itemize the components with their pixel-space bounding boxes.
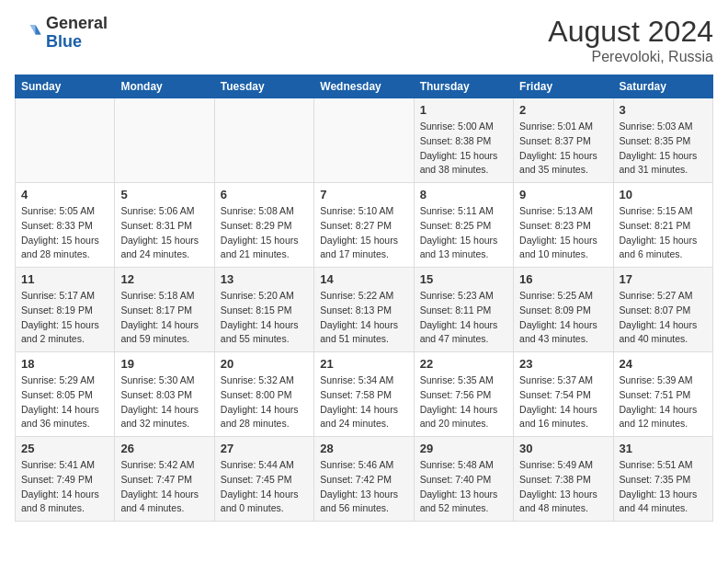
day-info: Sunrise: 5:30 AM Sunset: 8:03 PM Dayligh… — [120, 373, 208, 431]
day-number: 16 — [519, 272, 607, 286]
day-cell: 11Sunrise: 5:17 AM Sunset: 8:19 PM Dayli… — [16, 268, 115, 352]
day-cell: 2Sunrise: 5:01 AM Sunset: 8:37 PM Daylig… — [514, 98, 613, 183]
day-info: Sunrise: 5:46 AM Sunset: 7:42 PM Dayligh… — [320, 458, 407, 516]
day-cell: 4Sunrise: 5:05 AM Sunset: 8:33 PM Daylig… — [16, 183, 115, 268]
day-cell: 19Sunrise: 5:30 AM Sunset: 8:03 PM Dayli… — [115, 352, 214, 437]
day-number: 4 — [21, 188, 108, 201]
day-info: Sunrise: 5:00 AM Sunset: 8:38 PM Dayligh… — [420, 120, 507, 178]
day-number: 20 — [221, 357, 308, 371]
day-cell: 28Sunrise: 5:46 AM Sunset: 7:42 PM Dayli… — [314, 437, 414, 522]
day-cell: 3Sunrise: 5:03 AM Sunset: 8:35 PM Daylig… — [613, 98, 712, 183]
day-number: 13 — [221, 272, 308, 286]
month-year: August 2024 — [548, 15, 713, 49]
week-row-1: 1Sunrise: 5:00 AM Sunset: 8:38 PM Daylig… — [16, 98, 713, 183]
day-number: 12 — [120, 272, 208, 286]
day-cell: 10Sunrise: 5:15 AM Sunset: 8:21 PM Dayli… — [613, 183, 712, 268]
day-number: 3 — [620, 103, 707, 117]
day-number: 6 — [221, 188, 308, 201]
page-header: General Blue August 2024 Perevoloki, Rus… — [15, 15, 713, 65]
svg-marker-1 — [30, 25, 41, 35]
day-info: Sunrise: 5:32 AM Sunset: 8:00 PM Dayligh… — [221, 373, 308, 431]
day-number: 7 — [320, 188, 407, 201]
header-wednesday: Wednesday — [314, 75, 414, 98]
day-info: Sunrise: 5:41 AM Sunset: 7:49 PM Dayligh… — [21, 458, 108, 516]
day-cell: 23Sunrise: 5:37 AM Sunset: 7:54 PM Dayli… — [514, 352, 613, 437]
day-info: Sunrise: 5:49 AM Sunset: 7:38 PM Dayligh… — [519, 458, 607, 516]
day-info: Sunrise: 5:10 AM Sunset: 8:27 PM Dayligh… — [320, 204, 407, 262]
title-block: August 2024 Perevoloki, Russia — [548, 15, 713, 65]
day-info: Sunrise: 5:51 AM Sunset: 7:35 PM Dayligh… — [620, 458, 707, 516]
day-info: Sunrise: 5:20 AM Sunset: 8:15 PM Dayligh… — [221, 289, 308, 347]
day-info: Sunrise: 5:01 AM Sunset: 8:37 PM Dayligh… — [519, 120, 607, 178]
day-info: Sunrise: 5:35 AM Sunset: 7:56 PM Dayligh… — [420, 373, 507, 431]
day-info: Sunrise: 5:03 AM Sunset: 8:35 PM Dayligh… — [620, 120, 707, 178]
week-row-5: 25Sunrise: 5:41 AM Sunset: 7:49 PM Dayli… — [16, 437, 713, 522]
day-number: 17 — [620, 272, 707, 286]
day-number: 30 — [519, 442, 607, 455]
day-cell: 29Sunrise: 5:48 AM Sunset: 7:40 PM Dayli… — [414, 437, 513, 522]
logo-icon — [15, 19, 42, 47]
day-info: Sunrise: 5:17 AM Sunset: 8:19 PM Dayligh… — [21, 289, 108, 347]
header-saturday: Saturday — [613, 75, 712, 98]
day-number: 23 — [519, 357, 607, 371]
day-number: 9 — [519, 188, 607, 201]
day-cell: 18Sunrise: 5:29 AM Sunset: 8:05 PM Dayli… — [16, 352, 115, 437]
day-cell: 9Sunrise: 5:13 AM Sunset: 8:23 PM Daylig… — [514, 183, 613, 268]
day-number: 24 — [620, 357, 707, 371]
logo-text: General Blue — [46, 15, 108, 52]
day-cell: 7Sunrise: 5:10 AM Sunset: 8:27 PM Daylig… — [314, 183, 414, 268]
day-cell: 5Sunrise: 5:06 AM Sunset: 8:31 PM Daylig… — [115, 183, 214, 268]
day-number: 18 — [21, 357, 108, 371]
day-info: Sunrise: 5:29 AM Sunset: 8:05 PM Dayligh… — [21, 373, 108, 431]
day-cell: 1Sunrise: 5:00 AM Sunset: 8:38 PM Daylig… — [414, 98, 513, 183]
day-info: Sunrise: 5:23 AM Sunset: 8:11 PM Dayligh… — [420, 289, 507, 347]
day-cell — [16, 98, 115, 183]
week-row-4: 18Sunrise: 5:29 AM Sunset: 8:05 PM Dayli… — [16, 352, 713, 437]
day-cell: 12Sunrise: 5:18 AM Sunset: 8:17 PM Dayli… — [115, 268, 214, 352]
day-cell: 22Sunrise: 5:35 AM Sunset: 7:56 PM Dayli… — [414, 352, 513, 437]
day-cell — [314, 98, 414, 183]
day-number: 11 — [21, 272, 108, 286]
header-friday: Friday — [514, 75, 613, 98]
day-info: Sunrise: 5:13 AM Sunset: 8:23 PM Dayligh… — [519, 204, 607, 262]
day-number: 31 — [620, 442, 707, 455]
day-cell: 14Sunrise: 5:22 AM Sunset: 8:13 PM Dayli… — [314, 268, 414, 352]
week-row-2: 4Sunrise: 5:05 AM Sunset: 8:33 PM Daylig… — [16, 183, 713, 268]
day-info: Sunrise: 5:48 AM Sunset: 7:40 PM Dayligh… — [420, 458, 507, 516]
day-info: Sunrise: 5:18 AM Sunset: 8:17 PM Dayligh… — [120, 289, 208, 347]
day-cell: 13Sunrise: 5:20 AM Sunset: 8:15 PM Dayli… — [214, 268, 313, 352]
day-number: 21 — [320, 357, 407, 371]
day-number: 29 — [420, 442, 507, 455]
header-sunday: Sunday — [16, 75, 115, 98]
header-thursday: Thursday — [414, 75, 513, 98]
day-cell — [115, 98, 214, 183]
week-row-3: 11Sunrise: 5:17 AM Sunset: 8:19 PM Dayli… — [16, 268, 713, 352]
day-number: 10 — [620, 188, 707, 201]
day-cell: 25Sunrise: 5:41 AM Sunset: 7:49 PM Dayli… — [16, 437, 115, 522]
day-info: Sunrise: 5:15 AM Sunset: 8:21 PM Dayligh… — [620, 204, 707, 262]
day-info: Sunrise: 5:27 AM Sunset: 8:07 PM Dayligh… — [620, 289, 707, 347]
day-info: Sunrise: 5:22 AM Sunset: 8:13 PM Dayligh… — [320, 289, 407, 347]
day-cell: 24Sunrise: 5:39 AM Sunset: 7:51 PM Dayli… — [613, 352, 712, 437]
day-cell: 16Sunrise: 5:25 AM Sunset: 8:09 PM Dayli… — [514, 268, 613, 352]
day-info: Sunrise: 5:34 AM Sunset: 7:58 PM Dayligh… — [320, 373, 407, 431]
day-cell: 6Sunrise: 5:08 AM Sunset: 8:29 PM Daylig… — [214, 183, 313, 268]
day-cell: 20Sunrise: 5:32 AM Sunset: 8:00 PM Dayli… — [214, 352, 313, 437]
header-monday: Monday — [115, 75, 214, 98]
calendar-table: SundayMondayTuesdayWednesdayThursdayFrid… — [15, 75, 713, 522]
day-number: 27 — [221, 442, 308, 455]
day-info: Sunrise: 5:37 AM Sunset: 7:54 PM Dayligh… — [519, 373, 607, 431]
day-number: 1 — [420, 103, 507, 117]
logo: General Blue — [15, 15, 108, 52]
day-info: Sunrise: 5:11 AM Sunset: 8:25 PM Dayligh… — [420, 204, 507, 262]
day-cell: 30Sunrise: 5:49 AM Sunset: 7:38 PM Dayli… — [514, 437, 613, 522]
day-number: 22 — [420, 357, 507, 371]
day-cell: 15Sunrise: 5:23 AM Sunset: 8:11 PM Dayli… — [414, 268, 513, 352]
day-info: Sunrise: 5:05 AM Sunset: 8:33 PM Dayligh… — [21, 204, 108, 262]
day-cell: 27Sunrise: 5:44 AM Sunset: 7:45 PM Dayli… — [214, 437, 313, 522]
day-number: 5 — [120, 188, 208, 201]
day-number: 15 — [420, 272, 507, 286]
day-info: Sunrise: 5:06 AM Sunset: 8:31 PM Dayligh… — [120, 204, 208, 262]
day-info: Sunrise: 5:25 AM Sunset: 8:09 PM Dayligh… — [519, 289, 607, 347]
day-number: 2 — [519, 103, 607, 117]
